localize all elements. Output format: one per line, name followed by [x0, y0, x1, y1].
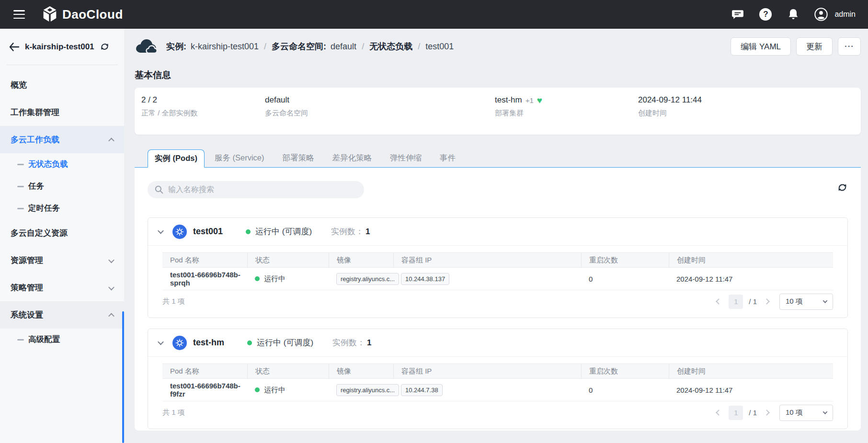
workload-card-test001: test001 运行中 (可调度) 实例数：1 Pod 名称 状态 镜像 容器组… [148, 217, 848, 318]
update-button[interactable]: 更新 [796, 37, 833, 56]
current-page[interactable]: 1 [729, 295, 743, 309]
sidebar-item-resource-mgmt[interactable]: 资源管理 [0, 247, 124, 274]
sidebar-item-jobs[interactable]: 任务 [0, 175, 124, 197]
sidebar-item-advanced-config[interactable]: 高级配置 [0, 329, 124, 351]
page-header: 实例: k-kairship-test001 / 多云命名空间: default… [135, 29, 861, 64]
current-page[interactable]: 1 [729, 406, 743, 420]
stat-clusters: test-hm +1 ♥ 部署集群 [495, 95, 638, 135]
total-pages: / 1 [749, 409, 757, 417]
main-content: 实例: k-kairship-test001 / 多云命名空间: default… [124, 29, 868, 443]
kubernetes-icon [172, 225, 187, 239]
workload-header: test-hm 运行中 (可调度) 实例数：1 [148, 329, 847, 357]
tab-events[interactable]: 事件 [432, 149, 464, 167]
table-header-row: Pod 名称 状态 镜像 容器组 IP 重启次数 创建时间 [162, 252, 833, 268]
top-navbar: DaoCloud ? admin [0, 0, 868, 29]
switch-cluster-icon[interactable] [100, 42, 110, 52]
breadcrumb-instance[interactable]: k-kairship-test001 [191, 42, 259, 52]
stat-namespace: default 多云命名空间 [265, 95, 495, 135]
dash-icon [17, 208, 24, 209]
tab-autoscaling[interactable]: 弹性伸缩 [382, 149, 430, 167]
breadcrumb-workload-type[interactable]: 无状态负载 [369, 41, 412, 52]
dash-icon [17, 164, 24, 165]
tab-pods[interactable]: 实例 (Pods) [148, 149, 205, 168]
avatar[interactable] [814, 8, 828, 21]
chevron-down-icon [109, 283, 114, 293]
sidebar-item-stateless-workloads[interactable]: 无状态负载 [0, 153, 124, 175]
search-box [148, 181, 364, 198]
refresh-icon[interactable] [837, 182, 848, 193]
tab-service[interactable]: 服务 (Service) [206, 149, 273, 167]
sidebar-item-cronjobs[interactable]: 定时任务 [0, 197, 124, 219]
pods-table: Pod 名称 状态 镜像 容器组 IP 重启次数 创建时间 test001-66… [162, 363, 833, 429]
username[interactable]: admin [834, 10, 856, 19]
breadcrumb: 实例: k-kairship-test001 / 多云命名空间: default… [166, 41, 454, 52]
status-dot-icon [255, 276, 260, 281]
menu-toggle-icon[interactable] [13, 10, 25, 19]
table-header-row: Pod 名称 状态 镜像 容器组 IP 重启次数 创建时间 [162, 363, 833, 379]
image-chip: registry.aliyuncs.c... [336, 384, 399, 396]
created-time: 2024-09-12 11:47 [669, 268, 833, 290]
workload-name: test-hm [193, 338, 224, 348]
breadcrumb-label: 实例: [166, 41, 186, 52]
pod-status: 运行中 [264, 386, 286, 395]
navbar-right: ? admin [731, 8, 860, 21]
pods-table: Pod 名称 状态 镜像 容器组 IP 重启次数 创建时间 test001-66… [162, 252, 833, 318]
total-count: 共 1 项 [162, 408, 185, 417]
app-root: DaoCloud ? admin k-kairship-test001 [0, 0, 868, 443]
cluster-name: k-kairship-test001 [25, 42, 94, 52]
sidebar-item-custom-resources[interactable]: 多云自定义资源 [0, 219, 124, 247]
health-heart-icon: ♥ [537, 96, 542, 105]
chevron-down-icon [109, 256, 114, 265]
pods-panel: test001 运行中 (可调度) 实例数：1 Pod 名称 状态 镜像 容器组… [135, 168, 861, 431]
collapse-chevron-icon[interactable] [159, 341, 163, 345]
created-time: 2024-09-12 11:47 [669, 379, 833, 401]
breadcrumb-namespace[interactable]: default [331, 42, 356, 52]
sidebar-item-system-settings[interactable]: 系统设置 [0, 301, 124, 329]
tab-bar: 实例 (Pods) 服务 (Service) 部署策略 差异化策略 弹性伸缩 事… [135, 149, 861, 168]
workload-card-test-hm: test-hm 运行中 (可调度) 实例数：1 Pod 名称 状态 镜像 容器组… [148, 329, 848, 429]
dash-icon [17, 186, 24, 187]
brand-name: DaoCloud [62, 7, 123, 22]
table-row: test001-66696b748b-sprqh 运行中 registry.al… [162, 268, 833, 290]
sidebar-nav: 概览 工作集群管理 多云工作负载 无状态负载 任务 定时任务 [0, 65, 124, 351]
next-page-icon[interactable] [763, 297, 771, 306]
edit-yaml-button[interactable]: 编辑 YAML [731, 37, 791, 56]
sidebar-item-overview[interactable]: 概览 [0, 71, 124, 99]
prev-page-icon[interactable] [715, 297, 723, 306]
search-input[interactable] [168, 185, 357, 194]
tab-differentiation-policy[interactable]: 差异化策略 [324, 149, 380, 167]
page-size-select[interactable]: 10 项 [779, 405, 833, 421]
workload-status: 运行中 (可调度) [257, 337, 313, 348]
workload-status: 运行中 (可调度) [255, 226, 312, 237]
cluster-more-count[interactable]: +1 [525, 96, 534, 104]
next-page-icon[interactable] [763, 409, 771, 417]
total-count: 共 1 项 [162, 297, 185, 306]
collapse-chevron-icon[interactable] [159, 229, 163, 234]
sidebar-item-multicloud-workloads[interactable]: 多云工作负载 [0, 126, 124, 153]
chevron-up-icon [109, 310, 114, 320]
notifications-icon[interactable] [787, 8, 800, 21]
pagination: 1 / 1 10 项 [715, 405, 833, 421]
workload-header: test001 运行中 (可调度) 实例数：1 [148, 218, 847, 246]
feedback-icon[interactable] [731, 8, 744, 21]
chevron-up-icon [109, 135, 114, 145]
sidebar-item-cluster-mgmt[interactable]: 工作集群管理 [0, 99, 124, 126]
back-icon[interactable] [9, 42, 20, 52]
basic-info-title: 基本信息 [135, 69, 861, 81]
basic-info-card: 2 / 2 正常 / 全部实例数 default 多云命名空间 test-hm … [135, 88, 861, 135]
prev-page-icon[interactable] [715, 409, 723, 417]
restart-count: 0 [581, 379, 669, 401]
restart-count: 0 [581, 268, 669, 290]
more-actions-button[interactable]: ··· [838, 37, 861, 56]
help-icon[interactable]: ? [759, 8, 772, 21]
page-size-select[interactable]: 10 项 [779, 294, 833, 310]
breadcrumb-label: 多云命名空间: [272, 41, 326, 52]
stat-created: 2024-09-12 11:44 创建时间 [638, 95, 861, 135]
tab-deploy-policy[interactable]: 部署策略 [274, 149, 322, 167]
sidebar-scrollbar[interactable] [122, 311, 124, 443]
pod-status: 运行中 [264, 274, 286, 284]
status-dot-icon [255, 387, 260, 392]
multicloud-icon [135, 39, 157, 55]
sidebar-item-policy-mgmt[interactable]: 策略管理 [0, 274, 124, 301]
pagination: 1 / 1 10 项 [715, 294, 833, 310]
